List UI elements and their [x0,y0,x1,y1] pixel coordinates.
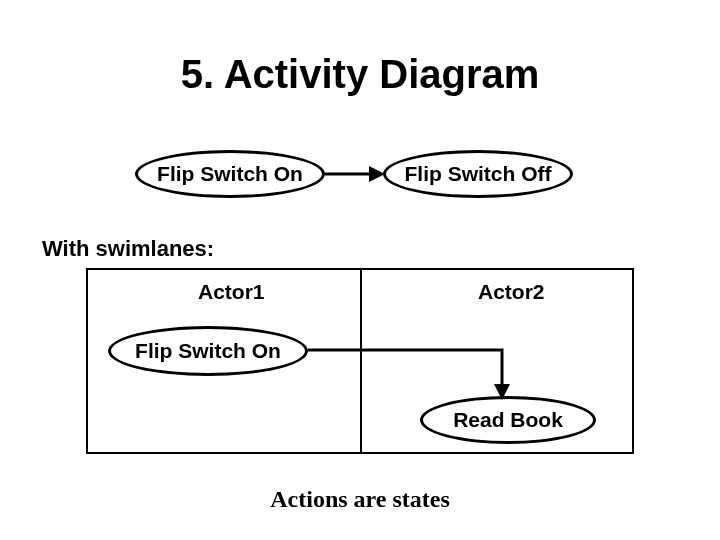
transition-arrow [325,164,385,184]
diagram-title: 5. Activity Diagram [0,52,720,97]
activity-flip-switch-off: Flip Switch Off [383,150,573,198]
svg-marker-2 [494,384,510,400]
activity-diagram-slide: 5. Activity Diagram Flip Switch On Flip … [0,0,720,540]
swimlane-header-actor2: Actor2 [478,280,545,304]
swimlane-header-actor1: Actor1 [198,280,265,304]
swim-transition-arrow [306,340,516,410]
activity-label: Flip Switch On [135,339,281,363]
swim-activity-flip-switch-on: Flip Switch On [108,326,308,376]
activity-label: Flip Switch Off [405,162,552,186]
swimlane-container: Actor1 Actor2 Flip Switch On Read Book [86,268,634,454]
swimlanes-heading: With swimlanes: [42,236,214,262]
activity-label: Read Book [453,408,563,432]
svg-marker-1 [369,166,385,182]
activity-label: Flip Switch On [157,162,303,186]
activity-flip-switch-on: Flip Switch On [135,150,325,198]
diagram-footnote: Actions are states [0,486,720,513]
